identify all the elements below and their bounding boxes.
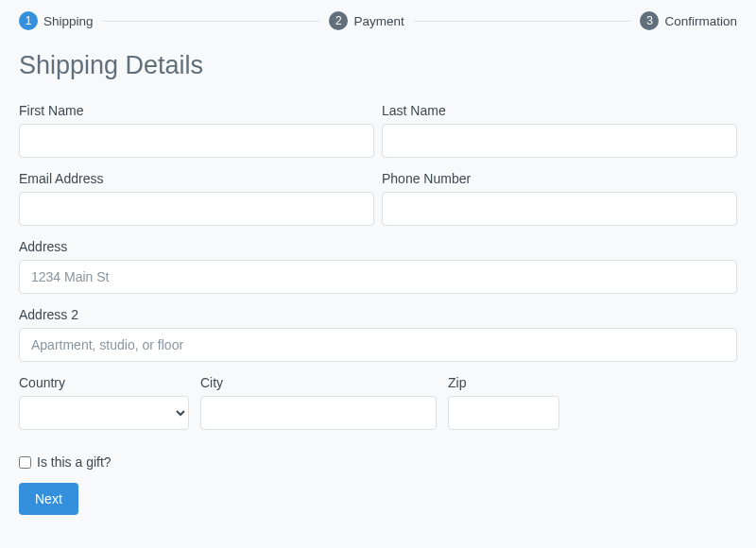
zip-input[interactable] xyxy=(448,396,559,430)
address2-label: Address 2 xyxy=(19,307,737,322)
step-divider xyxy=(414,21,631,22)
city-input[interactable] xyxy=(200,396,437,430)
gift-checkbox[interactable] xyxy=(19,456,31,469)
gift-checkbox-label[interactable]: Is this a gift? xyxy=(37,454,112,470)
phone-label: Phone Number xyxy=(382,171,737,186)
email-input[interactable] xyxy=(19,192,374,226)
zip-label: Zip xyxy=(448,375,559,390)
shipping-form: First Name Last Name Email Address Phone… xyxy=(19,103,737,515)
first-name-input[interactable] xyxy=(19,124,374,158)
phone-input[interactable] xyxy=(382,192,737,226)
last-name-input[interactable] xyxy=(382,124,737,158)
page-title: Shipping Details xyxy=(19,51,737,80)
step-payment[interactable]: 2 Payment xyxy=(329,11,404,30)
last-name-label: Last Name xyxy=(382,103,737,118)
next-button[interactable]: Next xyxy=(19,483,78,515)
progress-steps: 1 Shipping 2 Payment 3 Confirmation xyxy=(19,11,737,30)
address-label: Address xyxy=(19,239,737,254)
first-name-label: First Name xyxy=(19,103,374,118)
address2-input[interactable] xyxy=(19,328,737,362)
step-number-icon: 1 xyxy=(19,11,38,30)
country-select[interactable] xyxy=(19,396,189,430)
step-confirmation[interactable]: 3 Confirmation xyxy=(640,11,737,30)
step-label: Confirmation xyxy=(664,14,737,28)
city-label: City xyxy=(200,375,437,390)
email-label: Email Address xyxy=(19,171,374,186)
step-number-icon: 3 xyxy=(640,11,659,30)
step-label: Payment xyxy=(353,14,404,28)
step-shipping[interactable]: 1 Shipping xyxy=(19,11,94,30)
step-divider xyxy=(103,21,320,22)
country-label: Country xyxy=(19,375,189,390)
step-label: Shipping xyxy=(43,14,94,28)
step-number-icon: 2 xyxy=(329,11,348,30)
address-input[interactable] xyxy=(19,260,737,294)
